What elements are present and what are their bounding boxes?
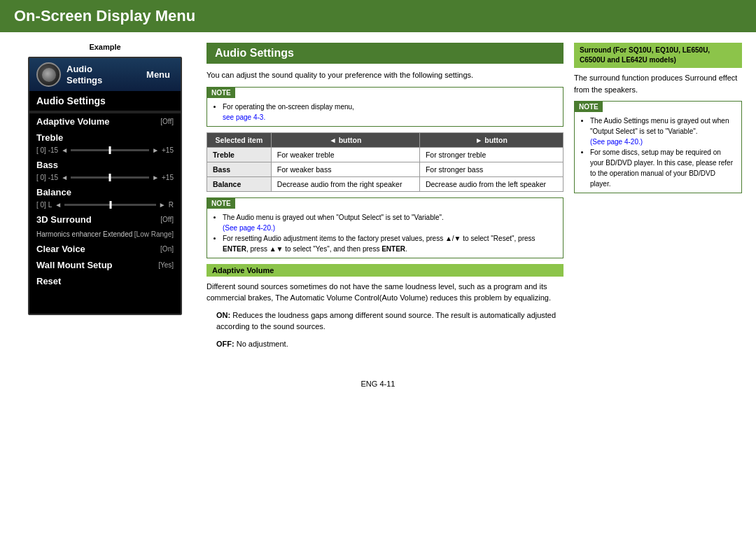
tv-menu-item: 3D Surround [Off]: [29, 211, 181, 228]
page-title: On-Screen Display Menu: [14, 7, 195, 25]
tv-menu-item: Bass: [29, 157, 181, 173]
see-page-link[interactable]: see page 4-3.: [223, 113, 265, 121]
middle-column: Audio Settings You can adjust the sound …: [206, 43, 564, 355]
right-column: Surround (For SQ10U, EQ10U, LE650U, C650…: [574, 43, 742, 355]
table-header-selected: Selected item: [207, 132, 272, 147]
note-box-surround: NOTE The Audio Settings menu is grayed o…: [574, 101, 742, 193]
tv-menu-header: Audio Settings Menu: [29, 58, 181, 91]
tv-menu-item: Treble: [29, 130, 181, 146]
adaptive-volume-heading: Adaptive Volume: [206, 264, 564, 277]
surround-see-page-link[interactable]: (See page 4-20.): [590, 138, 643, 146]
page-header: On-Screen Display Menu: [0, 0, 756, 32]
table-row: Balance Decrease audio from the right sp…: [207, 176, 564, 191]
left-column: Example Audio Settings Menu Audio Settin…: [14, 43, 196, 355]
audio-settings-intro: You can adjust the sound quality to your…: [206, 69, 564, 81]
tv-menu-item: Balance: [29, 184, 181, 200]
tv-menu-item: Harmonics enhancer Extended [Low Range]: [29, 228, 181, 241]
note-box-1: NOTE For operating the on-screen display…: [206, 87, 564, 127]
see-page-4-20-link[interactable]: (See page 4-20.): [223, 224, 275, 232]
on-label: ON:: [216, 311, 230, 319]
main-content: Example Audio Settings Menu Audio Settin…: [0, 32, 756, 366]
table-header-forward: ► button: [419, 132, 563, 147]
note-label-1: NOTE: [207, 88, 235, 98]
adaptive-volume-text: Different sound sources sometimes do not…: [206, 281, 564, 304]
footer-text: ENG 4-11: [361, 380, 396, 388]
tv-menu-section-title: Audio Settings: [29, 91, 181, 111]
example-label: Example: [14, 43, 196, 51]
tv-menu-item: Adaptive Volume [Off]: [29, 113, 181, 130]
tv-menu-screenshot: Audio Settings Menu Audio Settings Adapt…: [28, 57, 182, 315]
note-box-2: NOTE The Audio menu is grayed out when "…: [206, 197, 564, 258]
menu-label: Menu: [146, 69, 174, 80]
note-label-surround: NOTE: [575, 102, 603, 112]
tv-menu-title: Audio Settings: [61, 64, 146, 85]
surround-text: The surround function produces Surround …: [574, 72, 742, 95]
surround-heading: Surround (For SQ10U, EQ10U, LE650U, C650…: [574, 43, 742, 68]
audio-settings-heading: Audio Settings: [206, 43, 564, 64]
table-row: Bass For weaker bass For stronger bass: [207, 162, 564, 176]
note-label-2: NOTE: [207, 198, 235, 209]
off-label: OFF:: [216, 340, 234, 348]
tv-menu-item: Clear Voice [On]: [29, 241, 181, 257]
settings-table: Selected item ◄ button ► button Treble F…: [206, 132, 564, 192]
table-header-back: ◄ button: [271, 132, 419, 147]
audio-icon: [36, 62, 61, 87]
footer: ENG 4-11: [0, 366, 756, 402]
tv-menu-item: Wall Mount Setup [Yes]: [29, 257, 181, 273]
table-row: Treble For weaker treble For stronger tr…: [207, 147, 564, 162]
tv-menu-item: Reset: [29, 273, 181, 289]
